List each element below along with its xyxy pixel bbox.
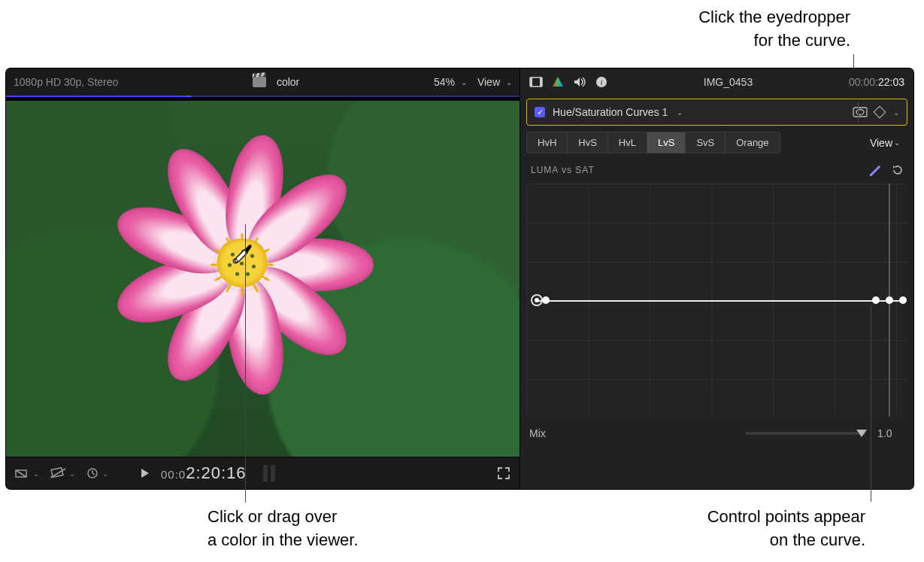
reset-icon[interactable]: [891, 163, 904, 177]
eyedropper-cursor-icon: [229, 236, 255, 265]
callout-leader: [871, 305, 871, 502]
tab-hvh[interactable]: HvH: [526, 132, 568, 153]
keyframe-icon[interactable]: [874, 106, 886, 119]
svg-rect-9: [853, 108, 867, 117]
effect-preset-menu-icon[interactable]: ⌄: [677, 108, 683, 117]
format-info: 1080p HD 30p, Stereo: [14, 76, 118, 88]
mix-row: Mix 1.0: [529, 427, 907, 439]
mask-icon[interactable]: [853, 107, 868, 117]
mix-label: Mix: [529, 427, 546, 439]
tab-orange[interactable]: Orange: [725, 132, 780, 153]
curve-control-point[interactable]: [886, 296, 893, 304]
eyedropper-icon[interactable]: [867, 163, 882, 178]
effect-enable-checkbox[interactable]: ✓: [535, 107, 545, 117]
tab-lvs[interactable]: LvS: [647, 132, 686, 153]
zoom-menu[interactable]: 54%⌄: [434, 76, 467, 88]
retime-menu[interactable]: ⌄: [86, 467, 108, 479]
inspector-clip-name: IMG_0453: [617, 76, 840, 88]
viewer-view-label: View: [477, 76, 500, 88]
play-button[interactable]: [140, 467, 150, 479]
fullscreen-button[interactable]: [497, 466, 510, 480]
viewer-image: [6, 101, 520, 457]
viewer-canvas[interactable]: ⌄ ⌄ ⌄ 00:02:20:16: [6, 97, 520, 489]
video-inspector-icon[interactable]: [529, 76, 543, 88]
curve-grid[interactable]: [526, 184, 907, 417]
svg-rect-5: [530, 77, 532, 87]
mix-slider[interactable]: [745, 432, 865, 435]
mix-slider-knob[interactable]: [856, 430, 867, 437]
curve-control-point[interactable]: [542, 296, 550, 304]
tab-hvl[interactable]: HvL: [607, 132, 647, 153]
audio-inspector-icon[interactable]: [573, 76, 586, 88]
callout-control-points: Control points appear on the curve.: [707, 506, 865, 552]
clip-label: color: [277, 76, 299, 88]
svg-rect-6: [540, 77, 542, 87]
curve-section: LUMA vs SAT: [526, 161, 907, 417]
curve-line[interactable]: [537, 300, 903, 302]
inspector-view-menu[interactable]: View⌄: [862, 132, 907, 153]
callout-viewer-click: Click or drag over a color in the viewer…: [208, 506, 359, 552]
tab-svs[interactable]: SvS: [685, 132, 726, 153]
clip-appearance-menu[interactable]: ⌄: [15, 468, 39, 478]
viewer-timecode: 00:02:20:16: [161, 463, 247, 483]
callout-leader: [245, 224, 246, 503]
keyframe-menu-icon[interactable]: ⌄: [893, 108, 899, 117]
color-inspector-icon[interactable]: [552, 76, 564, 88]
callout-eyedropper: Click the eyedropper for the curve.: [698, 6, 850, 53]
curve-tabs: HvH HvS HvL LvS SvS Orange View⌄: [526, 132, 907, 153]
curve-endpoint-right[interactable]: [899, 296, 907, 304]
viewer-view-menu[interactable]: View⌄: [477, 76, 512, 88]
inspector-duration: 00:00:22:03: [849, 76, 904, 88]
effect-header[interactable]: ✓ Hue/Saturation Curves 1 ⌄ ⌄: [526, 99, 907, 126]
transform-menu[interactable]: ⌄: [50, 467, 75, 479]
info-inspector-icon[interactable]: i: [595, 76, 607, 88]
inspector-top-bar: i IMG_0453 00:00:22:03: [520, 68, 913, 96]
effect-name: Hue/Saturation Curves 1: [553, 106, 668, 118]
curve-title: LUMA vs SAT: [531, 165, 595, 175]
svg-text:i: i: [600, 77, 602, 87]
curve-endpoint-left[interactable]: [531, 294, 543, 306]
viewer-pane: 1080p HD 30p, Stereo color 54%⌄ View⌄: [6, 68, 520, 489]
viewer-top-bar: 1080p HD 30p, Stereo color 54%⌄ View⌄: [6, 68, 520, 96]
app-window: 1080p HD 30p, Stereo color 54%⌄ View⌄: [6, 68, 913, 489]
clapperboard-icon: [253, 77, 266, 87]
inspector-pane: i IMG_0453 00:00:22:03 ✓ Hue/Saturation …: [520, 68, 913, 489]
mix-value: 1.0: [877, 427, 907, 439]
tab-hvs[interactable]: HvS: [567, 132, 608, 153]
zoom-value: 54%: [434, 76, 455, 88]
audio-meter: [263, 465, 275, 481]
viewer-transport-bar: ⌄ ⌄ ⌄ 00:02:20:16: [6, 457, 520, 489]
curve-control-point[interactable]: [872, 296, 880, 304]
